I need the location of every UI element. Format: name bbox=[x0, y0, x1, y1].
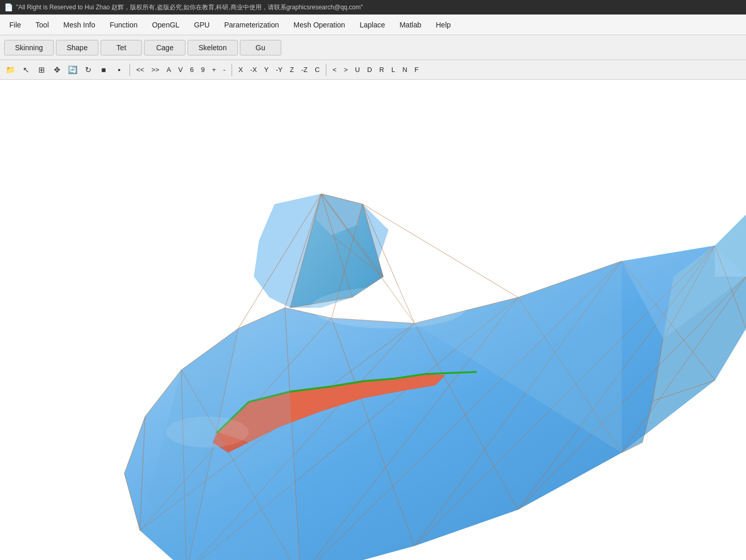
toolbar3-btn-minus[interactable]: - bbox=[220, 64, 228, 75]
toolbar3-btn-r[interactable]: R bbox=[376, 64, 387, 75]
grid-icon[interactable]: ⊞ bbox=[34, 63, 49, 77]
menu-mesh-operation[interactable]: Mesh Operation bbox=[286, 18, 353, 32]
wireframe-icon[interactable]: ▪ bbox=[112, 63, 126, 77]
toolbar3-btn-y[interactable]: Y bbox=[261, 64, 272, 75]
folder-icon[interactable]: 📁 bbox=[3, 63, 18, 77]
move-icon[interactable]: ✥ bbox=[50, 63, 64, 77]
toolbar-2: SkinningShapeTetCageSkeletonGu bbox=[0, 35, 746, 60]
toolbar3-btn-x[interactable]: X bbox=[235, 64, 246, 75]
toolbar3-next-next[interactable]: >> bbox=[148, 64, 162, 75]
toolbar3-btn-n[interactable]: N bbox=[399, 64, 410, 75]
select-icon[interactable]: ↖ bbox=[19, 63, 33, 77]
menu-bar: FileToolMesh InfoFunctionOpenGLGPUParame… bbox=[0, 15, 746, 35]
toolbar3-btn-lt[interactable]: < bbox=[329, 64, 340, 75]
solid-icon[interactable]: ■ bbox=[96, 63, 111, 77]
toolbar2-skeleton[interactable]: Skeleton bbox=[188, 40, 237, 55]
toolbar3-btn-z[interactable]: Z bbox=[286, 64, 297, 75]
toolbar3-btn-gt[interactable]: > bbox=[341, 64, 351, 75]
toolbar3-btn-6[interactable]: 6 bbox=[187, 64, 197, 75]
toolbar2-cage[interactable]: Cage bbox=[144, 40, 185, 55]
svg-point-61 bbox=[311, 287, 466, 328]
toolbar-separator bbox=[130, 64, 130, 76]
toolbar3-btn-d[interactable]: D bbox=[364, 64, 375, 75]
menu-mesh-info[interactable]: Mesh Info bbox=[56, 18, 102, 32]
viewport bbox=[0, 80, 746, 560]
toolbar-separator-2 bbox=[232, 64, 232, 76]
toolbar3-btn-plus[interactable]: + bbox=[209, 64, 219, 75]
rotate2-icon[interactable]: ↻ bbox=[81, 63, 95, 77]
toolbar-3: 📁↖⊞✥🔄↻■▪<<>>AV69+-X-XY-YZ-ZC<>UDRLNF bbox=[0, 60, 746, 80]
document-icon: 📄 bbox=[4, 3, 13, 11]
menu-gpu[interactable]: GPU bbox=[187, 18, 217, 32]
title-bar: 📄 "All Right is Reserved to Hui Zhao 赵辉，… bbox=[0, 0, 746, 15]
menu-matlab[interactable]: Matlab bbox=[392, 18, 428, 32]
toolbar3-prev-prev[interactable]: << bbox=[133, 64, 147, 75]
toolbar3-btn-l[interactable]: L bbox=[388, 64, 398, 75]
rotate-mesh-icon[interactable]: 🔄 bbox=[65, 63, 80, 77]
menu-file[interactable]: File bbox=[2, 18, 28, 32]
toolbar3-btn-v[interactable]: V bbox=[175, 64, 186, 75]
toolbar3-btn-neg-x[interactable]: -X bbox=[247, 64, 260, 75]
toolbar3-btn-9[interactable]: 9 bbox=[198, 64, 208, 75]
menu-function[interactable]: Function bbox=[103, 18, 145, 32]
toolbar3-btn-f[interactable]: F bbox=[411, 64, 422, 75]
menu-help[interactable]: Help bbox=[428, 18, 458, 32]
menu-tool[interactable]: Tool bbox=[28, 18, 56, 32]
menu-parameterization[interactable]: Parameterization bbox=[217, 18, 286, 32]
toolbar3-btn-u[interactable]: U bbox=[352, 64, 363, 75]
toolbar2-gu[interactable]: Gu bbox=[240, 40, 281, 55]
toolbar2-tet[interactable]: Tet bbox=[101, 40, 142, 55]
title-text: "All Right is Reserved to Hui Zhao 赵辉，版权… bbox=[16, 3, 363, 12]
toolbar3-btn-neg-z[interactable]: -Z bbox=[298, 64, 310, 75]
menu-opengl[interactable]: OpenGL bbox=[145, 18, 187, 32]
toolbar3-btn-c[interactable]: C bbox=[312, 64, 323, 75]
svg-point-62 bbox=[166, 417, 249, 448]
toolbar2-skinning[interactable]: Skinning bbox=[4, 40, 54, 55]
toolbar2-shape[interactable]: Shape bbox=[56, 40, 98, 55]
toolbar-separator-3 bbox=[326, 64, 326, 76]
toolbar3-btn-neg-y[interactable]: -Y bbox=[272, 64, 285, 75]
menu-laplace[interactable]: Laplace bbox=[352, 18, 392, 32]
toolbar3-btn-a[interactable]: A bbox=[163, 64, 174, 75]
